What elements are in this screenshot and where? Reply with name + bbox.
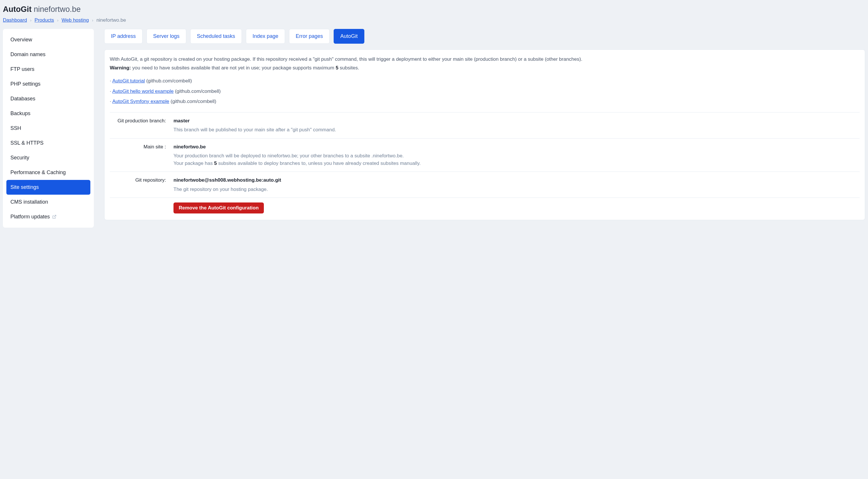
detail-body-branch: master This branch will be published to … bbox=[174, 117, 860, 134]
tabs: IP address Server logs Scheduled tasks I… bbox=[104, 29, 865, 44]
sidebar-item-label: Domain names bbox=[10, 50, 45, 59]
tab-scheduled-tasks[interactable]: Scheduled tasks bbox=[190, 29, 242, 44]
breadcrumb-webhosting[interactable]: Web hosting bbox=[62, 18, 89, 23]
autogit-panel: With AutoGit, a git repository is create… bbox=[104, 49, 865, 220]
link-line-tutorial: ·AutoGit tutorial (github.com/combell) bbox=[110, 77, 860, 85]
sidebar-item-ssl-https[interactable]: SSL & HTTPS bbox=[6, 136, 90, 150]
sidebar-item-label: SSL & HTTPS bbox=[10, 139, 43, 147]
sidebar-item-performance-caching[interactable]: Performance & Caching bbox=[6, 165, 90, 180]
remove-autogit-button[interactable]: Remove the AutoGit configuration bbox=[174, 203, 264, 213]
page-title-bold: AutoGit bbox=[3, 5, 32, 13]
warning-text-before: you need to have subsites available that… bbox=[131, 65, 336, 71]
intro-text: With AutoGit, a git repository is create… bbox=[110, 56, 860, 71]
sidebar-item-databases[interactable]: Databases bbox=[6, 92, 90, 106]
branch-value: master bbox=[174, 117, 860, 125]
intro-line-1: With AutoGit, a git repository is create… bbox=[110, 56, 860, 63]
detail-label-branch: Git production branch: bbox=[110, 117, 174, 134]
detail-label-repo: Git repository: bbox=[110, 176, 174, 193]
tab-error-pages[interactable]: Error pages bbox=[289, 29, 330, 44]
branch-desc: This branch will be published to your ma… bbox=[174, 126, 860, 134]
page-title: AutoGit ninefortwo.be bbox=[3, 3, 865, 15]
repo-desc: The git repository on your hosting packa… bbox=[174, 186, 860, 193]
link-suffix: (github.com/combell) bbox=[174, 89, 221, 94]
warning-text-after: subsites. bbox=[338, 65, 359, 71]
sidebar-item-domain-names[interactable]: Domain names bbox=[6, 47, 90, 62]
sidebar-item-label: CMS installation bbox=[10, 198, 48, 206]
sidebar-item-label: Security bbox=[10, 154, 29, 162]
help-links: ·AutoGit tutorial (github.com/combell) ·… bbox=[110, 77, 860, 105]
sidebar-item-label: SSH bbox=[10, 124, 21, 132]
mainsite-value: ninefortwo.be bbox=[174, 143, 860, 151]
sidebar-item-ssh[interactable]: SSH bbox=[6, 121, 90, 136]
detail-label-mainsite: Main site : bbox=[110, 143, 174, 167]
autogit-symfony-link[interactable]: AutoGit Symfony example bbox=[112, 99, 169, 104]
breadcrumb-separator: › bbox=[92, 18, 93, 23]
bullet-icon: · bbox=[110, 78, 111, 83]
svg-line-0 bbox=[54, 215, 56, 217]
warning-subsites-count: 5 bbox=[336, 65, 338, 71]
mainsite-desc-1: Your production branch will be deployed … bbox=[174, 152, 860, 160]
detail-body-repo: ninefortwobe@ssh008.webhosting.be:auto.g… bbox=[174, 176, 860, 193]
config-details: Git production branch: master This branc… bbox=[110, 112, 860, 214]
page-title-light: ninefortwo.be bbox=[34, 5, 81, 13]
sidebar-item-label: Site settings bbox=[10, 183, 39, 191]
link-line-symfony: ·AutoGit Symfony example (github.com/com… bbox=[110, 98, 860, 105]
breadcrumb-products[interactable]: Products bbox=[34, 18, 54, 23]
sidebar-item-security[interactable]: Security bbox=[6, 150, 90, 165]
sidebar: Overview Domain names FTP users PHP sett… bbox=[3, 29, 94, 228]
sidebar-item-php-settings[interactable]: PHP settings bbox=[6, 77, 90, 92]
breadcrumb-current: ninefortwo.be bbox=[96, 18, 126, 23]
detail-row-branch: Git production branch: master This branc… bbox=[110, 112, 860, 138]
sidebar-item-backups[interactable]: Backups bbox=[6, 106, 90, 121]
breadcrumb-separator: › bbox=[30, 18, 32, 23]
sidebar-item-label: Overview bbox=[10, 36, 32, 44]
sidebar-item-platform-updates[interactable]: Platform updates bbox=[6, 209, 90, 224]
warning-label: Warning: bbox=[110, 65, 131, 71]
sidebar-item-label: Performance & Caching bbox=[10, 169, 66, 176]
repo-value: ninefortwobe@ssh008.webhosting.be:auto.g… bbox=[174, 176, 860, 184]
sidebar-item-label: Platform updates bbox=[10, 213, 50, 221]
page-header: AutoGit ninefortwo.be Dashboard › Produc… bbox=[3, 0, 865, 29]
breadcrumb-dashboard[interactable]: Dashboard bbox=[3, 18, 27, 23]
link-line-hello-world: ·AutoGit hello world example (github.com… bbox=[110, 88, 860, 95]
detail-body-mainsite: ninefortwo.be Your production branch wil… bbox=[174, 143, 860, 167]
main-content: IP address Server logs Scheduled tasks I… bbox=[104, 29, 865, 220]
sidebar-item-ftp-users[interactable]: FTP users bbox=[6, 62, 90, 77]
autogit-helloworld-link[interactable]: AutoGit hello world example bbox=[112, 89, 174, 94]
breadcrumb: Dashboard › Products › Web hosting › nin… bbox=[3, 16, 865, 24]
bullet-icon: · bbox=[110, 99, 111, 104]
sidebar-item-cms-installation[interactable]: CMS installation bbox=[6, 195, 90, 209]
sidebar-item-label: Backups bbox=[10, 110, 30, 117]
link-suffix: (github.com/combell) bbox=[169, 99, 216, 104]
link-suffix: (github.com/combell) bbox=[145, 78, 192, 83]
breadcrumb-separator: › bbox=[57, 18, 59, 23]
sidebar-item-overview[interactable]: Overview bbox=[6, 32, 90, 47]
tab-autogit[interactable]: AutoGit bbox=[334, 29, 364, 44]
mainsite-subsites-count: 5 bbox=[214, 161, 217, 166]
sidebar-item-site-settings[interactable]: Site settings bbox=[6, 180, 90, 195]
tab-server-logs[interactable]: Server logs bbox=[147, 29, 186, 44]
tab-index-page[interactable]: Index page bbox=[246, 29, 285, 44]
sidebar-item-label: PHP settings bbox=[10, 80, 40, 88]
detail-row-mainsite: Main site : ninefortwo.be Your productio… bbox=[110, 138, 860, 172]
tab-ip-address[interactable]: IP address bbox=[104, 29, 143, 44]
detail-row-repo: Git repository: ninefortwobe@ssh008.webh… bbox=[110, 172, 860, 198]
action-row: Remove the AutoGit configuration bbox=[110, 198, 860, 213]
bullet-icon: · bbox=[110, 89, 111, 94]
sidebar-item-label: FTP users bbox=[10, 65, 34, 73]
autogit-tutorial-link[interactable]: AutoGit tutorial bbox=[112, 78, 145, 83]
mainsite-desc-2: Your package has 5 subsites available to… bbox=[174, 160, 860, 167]
intro-warning: Warning: you need to have subsites avail… bbox=[110, 64, 860, 72]
external-link-icon bbox=[52, 215, 57, 219]
sidebar-item-label: Databases bbox=[10, 95, 35, 103]
